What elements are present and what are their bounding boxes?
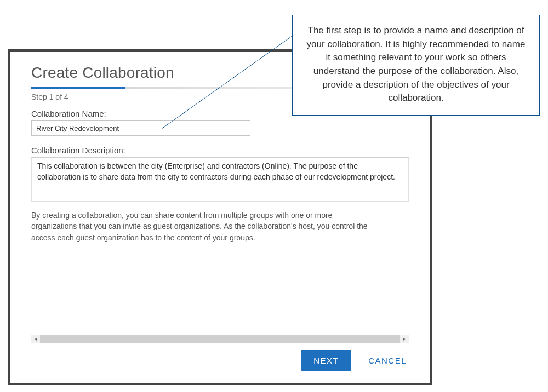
collab-desc-label: Collaboration Description: <box>31 146 409 155</box>
dialog-info-text: By creating a collaboration, you can sha… <box>31 210 371 243</box>
horizontal-scrollbar[interactable]: ◄ ► <box>31 335 409 343</box>
scroll-track[interactable] <box>40 335 400 343</box>
scroll-left-arrow-icon[interactable]: ◄ <box>31 335 40 343</box>
collab-desc-textarea[interactable] <box>31 157 409 202</box>
cancel-button[interactable]: CANCEL <box>366 350 409 371</box>
collab-name-input[interactable] <box>31 120 250 136</box>
next-button[interactable]: NEXT <box>301 350 351 371</box>
instruction-callout: The first step is to provide a name and … <box>292 15 540 116</box>
scroll-right-arrow-icon[interactable]: ► <box>400 335 409 343</box>
progress-fill <box>31 87 125 89</box>
dialog-button-row: NEXT CANCEL <box>301 350 409 371</box>
